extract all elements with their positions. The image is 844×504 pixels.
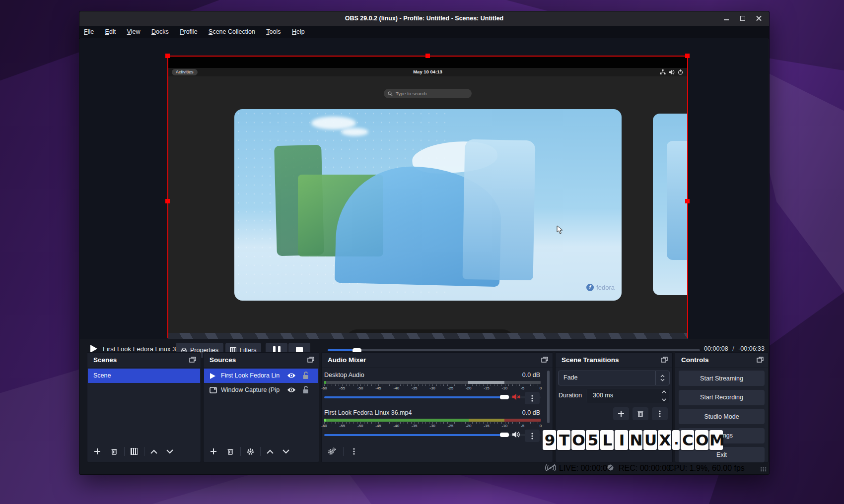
mixer-channel-menu-button[interactable] xyxy=(525,430,540,442)
remove-scene-button[interactable] xyxy=(107,445,121,458)
start-streaming-button[interactable]: Start Streaming xyxy=(679,371,765,386)
source-row-window-capture[interactable]: Window Capture (Pip xyxy=(204,383,318,397)
mute-icon[interactable] xyxy=(512,393,521,400)
scene-up-button[interactable] xyxy=(147,445,161,458)
window-capture-icon xyxy=(210,387,217,393)
eye-icon[interactable] xyxy=(287,386,296,393)
watermark-letter: 9 xyxy=(543,430,556,450)
add-transition-button[interactable] xyxy=(613,407,629,420)
record-status-icon xyxy=(607,464,614,471)
resize-grip[interactable] xyxy=(760,467,767,472)
mixer-title: Audio Mixer xyxy=(328,356,366,364)
tick-label: -5 xyxy=(521,424,524,428)
duration-spinbox[interactable]: 300 ms xyxy=(586,388,670,403)
tick-label: -45 xyxy=(375,386,381,390)
add-scene-button[interactable] xyxy=(90,445,104,458)
menu-profile[interactable]: Profile xyxy=(175,26,202,38)
source-up-button[interactable] xyxy=(263,445,277,458)
volume-slider-handle[interactable] xyxy=(500,433,509,437)
speaker-icon[interactable] xyxy=(512,431,521,438)
video-content: Activities May 10 04:13 Type to search xyxy=(168,57,688,339)
media-seek-track[interactable] xyxy=(328,349,700,351)
source-label: First Look Fedora Lin xyxy=(221,372,284,379)
unlock-icon[interactable] xyxy=(302,385,309,394)
remove-source-button[interactable] xyxy=(223,445,237,458)
source-down-button[interactable] xyxy=(279,445,293,458)
tick-label: -30 xyxy=(429,386,435,390)
menu-edit[interactable]: Edit xyxy=(101,26,121,38)
maximize-button[interactable] xyxy=(739,14,747,22)
workspace-preview: f fedora xyxy=(234,109,622,301)
mixer-channel-level: 0.0 dB xyxy=(522,372,540,378)
eye-icon[interactable] xyxy=(287,372,296,379)
menu-help[interactable]: Help xyxy=(287,26,309,38)
transition-select[interactable]: Fade xyxy=(558,371,670,385)
start-recording-button[interactable]: Start Recording xyxy=(679,390,765,405)
popout-icon[interactable] xyxy=(661,357,668,363)
volume-slider-handle[interactable] xyxy=(500,395,509,399)
studio-mode-button[interactable]: Studio Mode xyxy=(679,409,765,424)
close-button[interactable] xyxy=(755,14,763,22)
add-source-button[interactable] xyxy=(207,445,220,458)
menu-file[interactable]: File xyxy=(79,26,98,38)
controls-header: Controls xyxy=(675,353,768,368)
remove-transition-button[interactable] xyxy=(633,407,648,420)
popout-icon[interactable] xyxy=(307,357,314,363)
gears-icon xyxy=(328,447,336,455)
menu-view[interactable]: View xyxy=(123,26,145,38)
popout-icon[interactable] xyxy=(541,357,548,363)
menu-tools[interactable]: Tools xyxy=(262,26,285,38)
mixer-menu-button[interactable] xyxy=(347,445,361,458)
selection-handle-top-right[interactable] xyxy=(685,54,690,58)
menu-docks[interactable]: Docks xyxy=(147,26,173,38)
tick-label: -60 xyxy=(321,424,327,428)
unlock-icon[interactable] xyxy=(302,371,309,379)
combo-arrows xyxy=(655,371,669,385)
selection-handle-mid-right[interactable] xyxy=(685,199,690,203)
meter-input-tick xyxy=(324,381,326,384)
audio-mixer-panel: Audio Mixer Desktop Audio 0.0 dB -60-55-… xyxy=(321,352,553,462)
transitions-header: Scene Transitions xyxy=(556,353,672,368)
mixer-scrollbar[interactable] xyxy=(547,371,550,423)
meter-light-segment xyxy=(468,381,504,384)
selection-handle-mid-left[interactable] xyxy=(165,199,170,203)
fedora-logo: f fedora xyxy=(586,283,615,292)
popout-icon[interactable] xyxy=(189,357,196,363)
meter-yellow-segment xyxy=(469,419,504,422)
search-icon xyxy=(388,91,393,96)
menu-scene-collection[interactable]: Scene Collection xyxy=(204,26,260,38)
chevron-down-icon xyxy=(662,398,666,402)
chevron-down-icon xyxy=(282,449,289,454)
selection-border-right xyxy=(687,56,688,338)
sources-title: Sources xyxy=(210,356,236,364)
scene-down-button[interactable] xyxy=(163,445,177,458)
menubar: File Edit View Docks Profile Scene Colle… xyxy=(79,26,769,39)
preview-canvas[interactable]: Activities May 10 04:13 Type to search xyxy=(80,38,769,339)
source-row-media[interactable]: First Look Fedora Lin xyxy=(204,369,318,383)
transition-menu-button[interactable] xyxy=(652,407,668,420)
selection-handle-top-center[interactable] xyxy=(425,54,430,58)
selection-handle-top-left[interactable] xyxy=(165,54,170,58)
source-properties-button[interactable] xyxy=(243,445,257,458)
scene-list-item[interactable]: Scene xyxy=(88,369,200,383)
toolbar-separator xyxy=(124,447,125,456)
chevron-up-icon xyxy=(150,449,157,454)
media-time: 00:00:08 / -00:06:33 xyxy=(704,345,765,352)
advanced-audio-button[interactable] xyxy=(325,445,339,458)
tick-label: -60 xyxy=(321,386,327,390)
volume-meter xyxy=(324,419,541,422)
scene-filters-button[interactable] xyxy=(127,445,141,458)
mixer-channel-menu-button[interactable] xyxy=(525,392,540,404)
fedora-logo-text: fedora xyxy=(596,284,615,291)
titlebar[interactable]: OBS 29.0.2 (linux) - Profile: Untitled -… xyxy=(79,11,769,26)
watermark-letter: . xyxy=(672,430,680,450)
gnome-clock: May 10 04:13 xyxy=(168,69,688,74)
desktop: OBS 29.0.2 (linux) - Profile: Untitled -… xyxy=(0,0,844,504)
video-black-bar xyxy=(168,57,688,68)
media-source-label: First Look Fedora Linux 36. xyxy=(103,345,181,353)
spin-down-button[interactable] xyxy=(662,398,666,402)
spin-up-button[interactable] xyxy=(662,390,666,394)
toolbar-separator xyxy=(260,447,261,456)
minimize-button[interactable] xyxy=(722,14,730,22)
popout-icon[interactable] xyxy=(757,357,764,363)
